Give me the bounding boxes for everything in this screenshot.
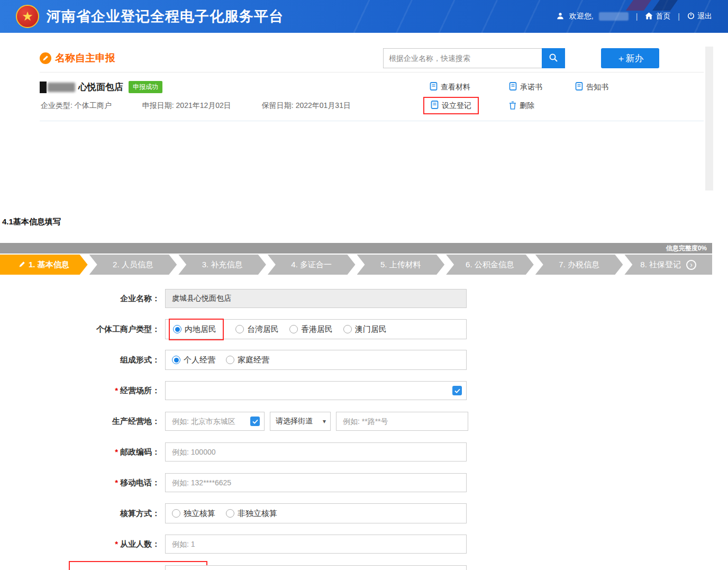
radio-family-operation[interactable]: 家庭经营 — [226, 355, 269, 365]
logout-link[interactable]: 退出 — [687, 12, 712, 21]
search-button[interactable] — [542, 48, 565, 68]
address-detail-input[interactable] — [336, 412, 468, 431]
region-input[interactable] — [165, 412, 265, 431]
street-select-value: 请选择街道 — [276, 417, 313, 426]
more-steps-icon[interactable]: › — [686, 260, 696, 270]
notice-letter-link[interactable]: 告知书 — [575, 82, 625, 92]
record-item: 心悦面包店 申报成功 查看材料 承诺书 告知书 企业类型: 个体工商户 — [40, 73, 704, 121]
accounting-group: 独立核算 非独立核算 — [165, 503, 467, 523]
delete-link[interactable]: 删除 — [509, 101, 575, 111]
step-personnel-info[interactable]: 2. 人员信息 — [89, 255, 177, 275]
step-supplementary-info[interactable]: 3. 补充信息 — [178, 255, 266, 275]
employee-count-input[interactable] — [165, 535, 467, 554]
document-icon — [575, 82, 583, 92]
employee-count-label: 从业人数： — [120, 539, 160, 548]
household-type-group: 内地居民 台湾居民 香港居民 澳门居民 — [165, 319, 467, 339]
new-application-button[interactable]: ＋新办 — [601, 48, 659, 68]
brand: ★ 河南省企业登记全程电子化服务平台 — [16, 5, 284, 28]
record-meta-row: 企业类型: 个体工商户 申报日期: 2021年12月02日 保留日期: 2022… — [40, 101, 704, 121]
household-type-row: 个体工商户类型： 内地居民 台湾居民 香港居民 — [0, 319, 712, 339]
street-select[interactable]: 请选择街道 ▾ — [270, 412, 331, 431]
home-link[interactable]: 首页 — [645, 12, 670, 21]
emblem-star-icon: ★ — [22, 9, 33, 24]
edit-circle-icon — [40, 52, 51, 64]
step-housing-fund[interactable]: 6. 公积金信息 — [446, 255, 534, 275]
region-picker-icon[interactable] — [250, 417, 260, 426]
step-multi-license[interactable]: 4. 多证合一 — [268, 255, 356, 275]
radio-non-independent-accounting[interactable]: 非独立核算 — [226, 509, 277, 519]
app-title: 河南省企业登记全程电子化服务平台 — [47, 7, 284, 26]
business-place-label: 经营场所： — [120, 386, 160, 395]
radio-unselected-icon — [343, 325, 352, 333]
section-title-label: 名称自主申报 — [55, 51, 115, 65]
required-star: * — [115, 539, 118, 548]
accounting-label: 核算方式： — [0, 509, 165, 519]
home-icon — [645, 12, 653, 21]
radio-macau-resident[interactable]: 澳门居民 — [343, 324, 387, 334]
enterprise-name-label: 企业名称： — [0, 294, 165, 304]
company-search-input[interactable] — [383, 48, 542, 68]
enterprise-type: 企业类型: 个体工商户 — [41, 101, 112, 111]
radio-unselected-icon — [289, 325, 298, 333]
section-title: 名称自主申报 — [40, 51, 115, 65]
radio-independent-accounting[interactable]: 独立核算 — [172, 509, 215, 519]
step-basic-info[interactable]: 1. 基本信息 — [0, 255, 88, 275]
document-icon — [430, 82, 438, 92]
radio-selected-icon — [172, 356, 180, 364]
completeness-label: 信息完整度0% — [666, 245, 707, 252]
registration-form: 信息完整度0% 1. 基本信息 2. 人员信息 3. 补充信息 4. 多证合一 … — [0, 243, 712, 570]
household-type-label: 个体工商户类型： — [0, 324, 165, 334]
radio-individual-operation[interactable]: 个人经营 — [172, 355, 215, 365]
scrollbar-track[interactable] — [705, 47, 713, 191]
employee-count-row: *从业人数： — [0, 534, 712, 554]
radio-unselected-icon — [172, 509, 180, 518]
delete-label: 删除 — [520, 101, 534, 111]
composition-row: 组成形式： 个人经营 家庭经营 — [0, 350, 712, 370]
step-label: 5. 上传材料 — [380, 260, 421, 270]
step-tax-info[interactable]: 7. 办税信息 — [535, 255, 623, 275]
postal-code-input[interactable] — [165, 442, 467, 462]
enterprise-name-field — [165, 289, 467, 308]
production-place-row: 生产经营地： 请选择街道 ▾ — [0, 411, 712, 431]
document-icon — [431, 101, 439, 111]
company-name-redacted — [40, 82, 47, 93]
mobile-phone-input[interactable] — [165, 473, 467, 492]
business-place-input[interactable] — [165, 381, 467, 400]
logout-label: 退出 — [697, 12, 712, 21]
chevron-down-icon: ▾ — [323, 418, 326, 425]
header-decoration — [626, 0, 653, 11]
mobile-phone-row: *移动电话： — [0, 473, 712, 493]
search-icon — [549, 53, 558, 64]
step-label: 8. 社保登记 — [640, 260, 681, 270]
step-upload-materials[interactable]: 5. 上传材料 — [357, 255, 445, 275]
required-star: * — [115, 447, 118, 456]
radio-mainland-resident[interactable]: 内地居民 — [173, 324, 216, 334]
view-materials-link[interactable]: 查看材料 — [430, 82, 509, 92]
step-label: 6. 公积金信息 — [466, 260, 514, 270]
completeness-bar: 信息完整度0% — [0, 243, 712, 254]
step-label: 4. 多证合一 — [291, 260, 332, 270]
promise-letter-link[interactable]: 承诺书 — [509, 82, 575, 92]
status-badge: 申报成功 — [129, 81, 162, 93]
radio-unselected-icon — [226, 356, 234, 364]
gov-emblem-logo: ★ — [16, 5, 39, 28]
radio-taiwan-resident[interactable]: 台湾居民 — [235, 324, 279, 334]
view-materials-label: 查看材料 — [441, 83, 470, 92]
username-redacted — [599, 12, 629, 21]
declaration-panel: 名称自主申报 ＋新办 心悦面包店 申报成功 查看材料 承诺书 — [40, 48, 704, 189]
annotation-box: 设立登记 — [423, 97, 479, 114]
setup-registration-label: 设立登记 — [442, 101, 471, 111]
annotation-box: 内地居民 — [169, 319, 224, 340]
home-label: 首页 — [656, 12, 670, 21]
radio-unselected-icon — [226, 509, 234, 518]
header-decoration — [652, 0, 680, 11]
radio-hongkong-resident[interactable]: 香港居民 — [289, 324, 333, 334]
panel-header: 名称自主申报 ＋新办 — [40, 48, 704, 72]
setup-registration-link[interactable]: 设立登记 — [431, 101, 471, 111]
trash-icon — [509, 101, 516, 111]
company-name-redacted — [48, 83, 75, 92]
step-social-security[interactable]: 8. 社保登记 › — [624, 255, 712, 275]
separator: | — [636, 12, 638, 21]
promise-letter-label: 承诺书 — [520, 83, 542, 92]
address-picker-icon[interactable] — [452, 386, 462, 395]
